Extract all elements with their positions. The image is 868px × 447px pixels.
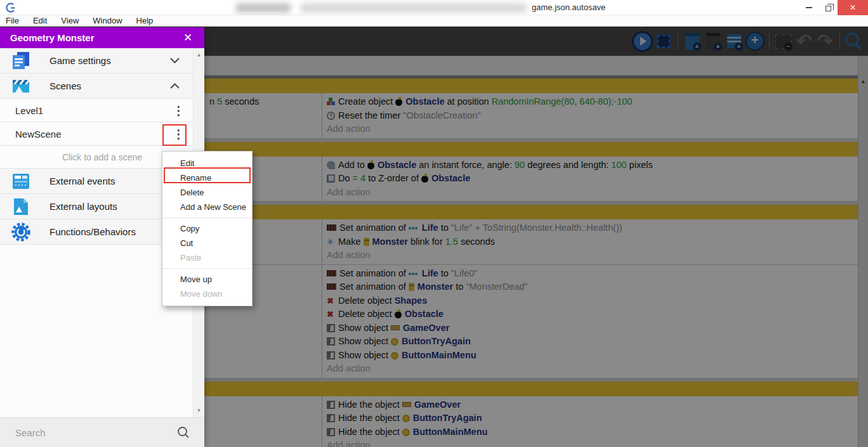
- scene-item-level1[interactable]: Level1⋮: [0, 99, 204, 122]
- gdevelop-logo-icon: [5, 2, 16, 13]
- sidebar-item-game-settings[interactable]: Game settings: [0, 48, 204, 74]
- window-title: game.json.autosave: [532, 3, 605, 12]
- scene-options-dots-icon[interactable]: ⋮: [173, 103, 181, 118]
- close-button[interactable]: ✕: [838, 0, 868, 15]
- close-icon: ✕: [850, 3, 856, 12]
- menu-item-move-down: Move down: [162, 287, 252, 301]
- search-box[interactable]: Search: [0, 417, 204, 447]
- app-window: n 5 secondsCreate object Obstacle at pos…: [0, 0, 868, 447]
- menu-item-add-a-new-scene[interactable]: Add a New Scene: [162, 200, 252, 214]
- search-input[interactable]: Search: [15, 427, 176, 438]
- menu-item-window[interactable]: Window: [86, 16, 129, 25]
- menu-separator: [162, 217, 252, 218]
- sidebar-item-scenes[interactable]: Scenes: [0, 74, 204, 99]
- chevron-down-icon[interactable]: [169, 57, 180, 64]
- sidebar-item-label: Scenes: [49, 81, 169, 91]
- restore-icon: [825, 6, 831, 11]
- scroll-down-icon[interactable]: ▼: [194, 408, 204, 413]
- menu-item-paste: Paste: [162, 250, 252, 265]
- menu-item-view[interactable]: View: [54, 16, 86, 25]
- menu-item-cut[interactable]: Cut: [162, 236, 252, 250]
- chevron-up-icon[interactable]: [169, 82, 180, 89]
- annotation-box-rename: [164, 167, 251, 183]
- external-layouts-icon: [10, 196, 32, 217]
- menu-item-help[interactable]: Help: [129, 16, 161, 25]
- drawer-header: Geometry Monster ✕: [0, 27, 204, 48]
- scenes-icon: [10, 75, 32, 97]
- drawer-close-icon[interactable]: ✕: [180, 31, 195, 44]
- annotation-box-newscene-menu: [162, 124, 187, 146]
- external-events-icon: [10, 171, 32, 192]
- scene-label: NewScene: [15, 129, 173, 139]
- title-bar: game.json.autosave ✕: [0, 0, 868, 15]
- sidebar-item-label: Game settings: [49, 55, 169, 66]
- restore-button[interactable]: [819, 0, 838, 15]
- game-settings-icon: [10, 50, 32, 72]
- menu-item-edit[interactable]: Edit: [26, 16, 54, 25]
- functions-icon: [10, 221, 32, 243]
- menu-item-delete[interactable]: Delete: [162, 185, 252, 200]
- add-scene-hint-label: Click to add a scene: [62, 152, 142, 162]
- blurred-path-segment: [236, 3, 291, 13]
- menu-bar: FileEditViewWindowHelp: [0, 15, 868, 27]
- scene-label: Level1: [15, 105, 173, 116]
- minimize-icon: [806, 7, 812, 8]
- scroll-up-icon[interactable]: ▲: [194, 52, 204, 58]
- search-icon: [176, 425, 190, 439]
- minimize-button[interactable]: [799, 0, 819, 15]
- menu-item-move-up[interactable]: Move up: [162, 272, 252, 287]
- project-title: Geometry Monster: [10, 32, 180, 43]
- menu-item-copy[interactable]: Copy: [162, 221, 252, 236]
- menu-item-file[interactable]: File: [0, 16, 26, 25]
- menu-separator: [162, 268, 252, 269]
- blurred-path-segment: [301, 3, 527, 13]
